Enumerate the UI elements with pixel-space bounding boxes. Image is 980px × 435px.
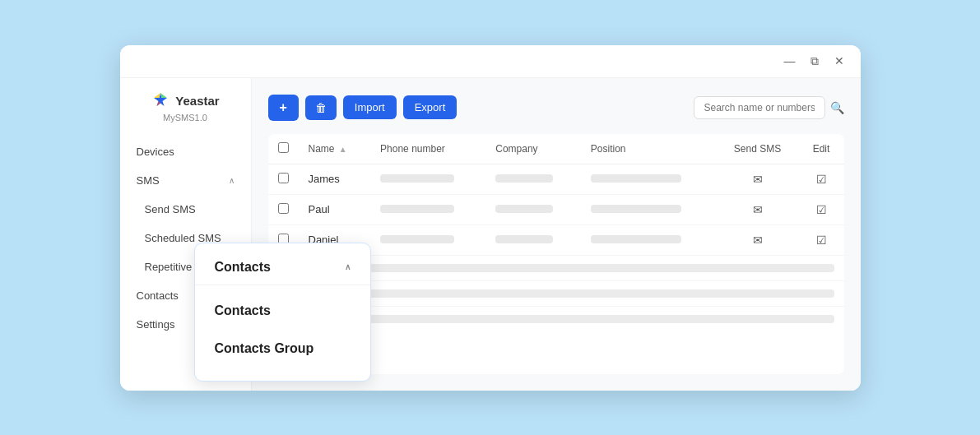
sidebar-label-devices: Devices	[137, 146, 174, 158]
delete-button[interactable]: 🗑	[305, 95, 337, 120]
sort-icon: ▲	[339, 145, 347, 154]
yeastar-logo-icon	[151, 91, 170, 111]
search-input[interactable]	[694, 96, 825, 119]
table-row: James ✉ ☑	[268, 164, 844, 194]
row-edit[interactable]: ☑	[799, 194, 844, 224]
row-send-sms[interactable]: ✉	[717, 224, 799, 255]
logo-area: Yeastar MySMS1.0	[120, 91, 251, 123]
row-send-sms[interactable]: ✉	[717, 194, 799, 224]
sidebar-item-devices[interactable]: Devices	[120, 139, 251, 164]
sidebar-label-settings: Settings	[137, 318, 175, 331]
row-checkbox-cell	[268, 194, 299, 224]
row-edit[interactable]: ☑	[799, 224, 844, 255]
contacts-dropdown-header: Contacts ∧	[195, 257, 370, 285]
row-position	[581, 164, 717, 194]
app-subtitle: MySMS1.0	[163, 113, 207, 123]
toolbar: + 🗑 Import Export 🔍	[268, 95, 844, 121]
row-phone	[370, 194, 485, 224]
contacts-dropdown-title: Contacts	[215, 260, 271, 275]
sidebar-item-sms[interactable]: SMS ∧	[120, 168, 251, 193]
col-company: Company	[485, 134, 581, 164]
row-position	[581, 224, 717, 255]
edit-icon: ☑	[816, 173, 827, 186]
search-icon: 🔍	[830, 101, 844, 114]
logo-text: Yeastar	[175, 94, 219, 108]
contacts-dropdown-item-group[interactable]: Contacts Group	[195, 330, 370, 368]
search-icon-button[interactable]: 🔍	[830, 101, 844, 114]
contacts-dropdown-item-contacts[interactable]: Contacts	[195, 292, 370, 330]
add-button[interactable]: +	[268, 95, 299, 121]
row-phone	[370, 164, 485, 194]
row-company	[485, 194, 581, 224]
row-edit[interactable]: ☑	[799, 164, 844, 194]
contacts-dropdown-chevron-icon: ∧	[345, 262, 351, 271]
col-position: Position	[581, 134, 717, 164]
table-header-row: Name ▲ Phone number Company Position Sen…	[268, 134, 844, 164]
sms-chevron-icon: ∧	[229, 176, 235, 185]
row-position	[581, 194, 717, 224]
col-checkbox	[268, 134, 299, 164]
send-sms-icon: ✉	[753, 203, 763, 216]
table-row: Paul ✉ ☑	[268, 194, 844, 224]
select-all-checkbox[interactable]	[278, 142, 289, 153]
window-body: Yeastar MySMS1.0 Devices SMS ∧ Send SMS …	[120, 78, 861, 391]
col-name: Name ▲	[299, 134, 371, 164]
contacts-item-label: Contacts	[215, 303, 271, 317]
close-button[interactable]: ✕	[831, 53, 848, 69]
edit-icon: ☑	[816, 203, 827, 216]
logo: Yeastar	[151, 91, 219, 111]
sidebar-label-send-sms: Send SMS	[145, 203, 196, 215]
row-checkbox-cell	[268, 164, 299, 194]
window-controls: — ⧉ ✕	[782, 53, 848, 69]
row-send-sms[interactable]: ✉	[717, 164, 799, 194]
titlebar: — ⧉ ✕	[120, 45, 861, 78]
sidebar-item-send-sms[interactable]: Send SMS	[120, 197, 251, 222]
row-phone	[370, 224, 485, 255]
row-checkbox[interactable]	[278, 173, 289, 183]
row-company	[485, 164, 581, 194]
import-button[interactable]: Import	[343, 95, 397, 119]
contacts-group-item-label: Contacts Group	[215, 341, 314, 355]
export-button[interactable]: Export	[403, 95, 457, 119]
sidebar-label-contacts: Contacts	[137, 289, 179, 302]
search-bar: 🔍	[694, 96, 844, 119]
contacts-dropdown: Contacts ∧ Contacts Contacts Group	[194, 243, 371, 382]
row-checkbox[interactable]	[278, 203, 289, 214]
col-send-sms: Send SMS	[717, 134, 799, 164]
edit-icon: ☑	[816, 234, 827, 247]
sidebar-label-sms: SMS	[137, 174, 160, 187]
send-sms-icon: ✉	[753, 173, 763, 186]
trash-icon: 🗑	[315, 101, 327, 114]
col-edit: Edit	[799, 134, 844, 164]
row-name: James	[299, 164, 371, 194]
row-company	[485, 224, 581, 255]
col-phone: Phone number	[370, 134, 485, 164]
send-sms-icon: ✉	[753, 234, 763, 247]
row-name: Paul	[299, 194, 371, 224]
restore-button[interactable]: ⧉	[806, 53, 823, 69]
minimize-button[interactable]: —	[782, 53, 798, 69]
app-window: — ⧉ ✕ Yeastar MySMS1.0	[120, 45, 861, 391]
